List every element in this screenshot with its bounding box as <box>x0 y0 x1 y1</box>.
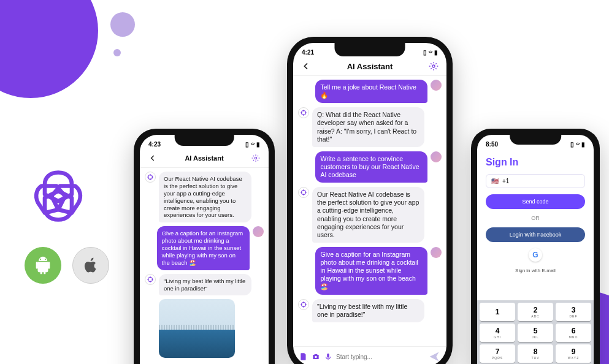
svg-point-5 <box>432 65 435 67</box>
wifi-icon: ⌔ <box>429 49 432 56</box>
svg-point-9 <box>315 356 317 358</box>
message-row: "Living my best life with my little one … <box>298 299 442 322</box>
attachment-icon[interactable] <box>299 352 308 361</box>
camera-icon[interactable] <box>312 352 320 361</box>
mic-icon[interactable] <box>324 352 332 361</box>
screen-title: AI Assistant <box>312 62 428 71</box>
openai-logo-icon <box>25 162 92 230</box>
message-row: "Living my best life with my little one … <box>145 274 264 296</box>
user-message-bubble: Give a caption for an Instagram photo ab… <box>315 247 427 295</box>
phone-notch <box>335 43 405 56</box>
login-google-button[interactable]: G <box>529 248 542 262</box>
message-row: Write a sentence to convince customers t… <box>298 151 442 183</box>
assistant-message-bubble: Our React Native AI codebase is the perf… <box>159 172 251 222</box>
apple-icon <box>72 247 109 284</box>
platform-icons <box>25 162 109 284</box>
screen-title: AI Assistant <box>158 154 250 162</box>
phone-mockup-chat-large: 4:21 ▯ ⌔ ▮ AI Assistant Tell me a joke a… <box>287 37 453 364</box>
user-avatar-icon <box>431 151 442 162</box>
bg-blob-top-left <box>0 0 98 98</box>
status-time: 4:23 <box>148 141 161 148</box>
back-button[interactable] <box>301 61 312 72</box>
wifi-icon: ⌔ <box>251 141 255 148</box>
phone-mockup-chat-small: 4:23 ▯ ⌔ ▮ AI Assistant Our React Native… <box>134 129 275 364</box>
send-code-button[interactable]: Send code <box>486 194 585 209</box>
assistant-message-bubble: Q: What did the React Native developer s… <box>312 107 424 147</box>
phone-notch <box>510 135 561 145</box>
battery-icon: ▮ <box>434 49 438 56</box>
settings-button[interactable] <box>250 153 261 164</box>
user-message-bubble: Give a caption for an Instagram photo ab… <box>157 226 250 270</box>
keypad-key-5[interactable]: 5JKL <box>518 324 553 342</box>
battery-icon: ▮ <box>581 141 585 148</box>
back-button[interactable] <box>147 153 158 164</box>
assistant-avatar-icon <box>298 187 309 198</box>
message-row: Our React Native AI codebase is the perf… <box>298 187 442 243</box>
assistant-avatar-icon <box>145 274 156 285</box>
user-message-bubble: Tell me a joke about React Native 🔥 <box>315 80 427 103</box>
battery-icon: ▮ <box>256 141 260 148</box>
keypad-key-1[interactable]: 1 <box>480 303 515 321</box>
keypad-key-8[interactable]: 8TUV <box>518 344 553 363</box>
user-avatar-icon <box>431 80 442 91</box>
chat-message-list[interactable]: Our React Native AI codebase is the perf… <box>140 168 269 364</box>
message-row: Q: What did the React Native developer s… <box>298 107 442 147</box>
assistant-message-bubble: Our React Native AI codebase is the perf… <box>312 187 424 243</box>
or-divider: OR <box>486 215 585 221</box>
image-message[interactable] <box>159 299 235 358</box>
login-facebook-button[interactable]: Login With Facebook <box>486 227 585 242</box>
svg-point-0 <box>255 157 257 159</box>
country-code: +1 <box>502 178 509 184</box>
phone-number-field[interactable]: 🇺🇸 +1 <box>486 174 585 188</box>
assistant-avatar-icon <box>145 172 156 183</box>
phone-notch <box>175 135 234 146</box>
svg-rect-10 <box>327 354 329 358</box>
chat-input-bar <box>293 346 446 364</box>
flag-icon: 🇺🇸 <box>491 178 499 184</box>
keypad-key-4[interactable]: 4GHI <box>480 324 515 342</box>
status-time: 4:21 <box>302 49 314 56</box>
user-message-bubble: Write a sentence to convince customers t… <box>315 151 427 183</box>
signal-icon: ▯ <box>245 141 249 148</box>
chat-input[interactable] <box>336 354 424 360</box>
keypad-key-2[interactable]: 2ABC <box>518 303 553 321</box>
wifi-icon: ⌔ <box>576 141 580 148</box>
keypad-key-3[interactable]: 3DEF <box>556 303 591 321</box>
keypad-key-6[interactable]: 6MNO <box>556 324 591 342</box>
signin-title: Sign In <box>486 157 585 168</box>
assistant-message-bubble: "Living my best life with my little one … <box>312 299 424 322</box>
settings-button[interactable] <box>428 61 439 72</box>
user-avatar-icon <box>253 226 264 237</box>
bg-dot-small <box>113 49 121 56</box>
chat-navbar: AI Assistant <box>293 59 446 76</box>
send-button[interactable] <box>428 351 440 363</box>
android-icon <box>25 247 61 284</box>
signal-icon: ▯ <box>423 49 427 56</box>
message-row: Our React Native AI codebase is the perf… <box>145 172 264 222</box>
message-row: Tell me a joke about React Native 🔥 <box>298 80 442 103</box>
assistant-avatar-icon <box>298 107 309 118</box>
chat-navbar: AI Assistant <box>140 151 269 168</box>
bg-dot <box>110 12 135 37</box>
message-row: Give a caption for an Instagram photo ab… <box>298 247 442 295</box>
message-row: Give a caption for an Instagram photo ab… <box>145 226 264 270</box>
phone-mockup-signin: 8:50 ▯ ⌔ ▮ Sign In 🇺🇸 +1 Send code OR Lo… <box>471 129 600 364</box>
signin-email-link[interactable]: Sign in with E-mail <box>486 268 585 273</box>
user-avatar-icon <box>431 247 442 258</box>
numeric-keypad: 12ABC3DEF4GHI5JKL6MNO7PQRS8TUV9WXYZ+ * #… <box>477 300 594 364</box>
assistant-message-bubble: "Living my best life with my little one … <box>159 274 251 296</box>
signal-icon: ▯ <box>570 141 574 148</box>
assistant-avatar-icon <box>298 299 309 310</box>
status-time: 8:50 <box>486 141 498 148</box>
chat-message-list[interactable]: Tell me a joke about React Native 🔥Q: Wh… <box>293 76 446 346</box>
keypad-key-9[interactable]: 9WXYZ <box>556 344 591 363</box>
keypad-key-7[interactable]: 7PQRS <box>480 344 515 363</box>
